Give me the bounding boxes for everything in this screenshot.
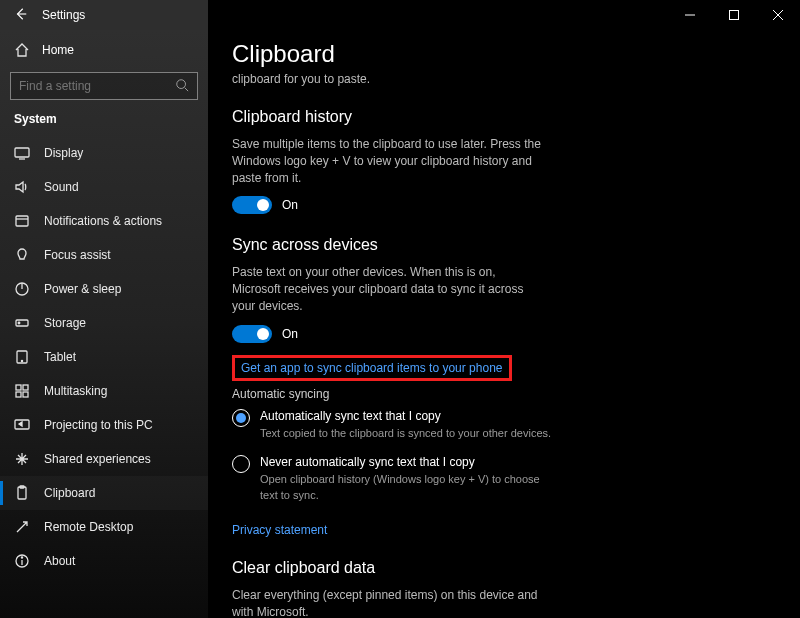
remote-desktop-icon (14, 519, 30, 535)
sync-toggle[interactable] (232, 325, 272, 343)
sidebar-item-display[interactable]: Display (0, 136, 208, 170)
shared-icon (14, 451, 30, 467)
back-icon[interactable] (14, 7, 28, 24)
sidebar-item-label: Display (44, 146, 83, 160)
auto-sync-label: Automatic syncing (232, 387, 776, 401)
sidebar-item-about[interactable]: About (0, 544, 208, 578)
sidebar-item-label: Projecting to this PC (44, 418, 153, 432)
svg-rect-2 (730, 11, 739, 20)
sidebar-item-label: Multitasking (44, 384, 107, 398)
history-toggle[interactable] (232, 196, 272, 214)
projecting-icon (14, 417, 30, 433)
sidebar-item-clipboard[interactable]: Clipboard (0, 476, 208, 510)
display-icon (14, 145, 30, 161)
radio-desc: Text copied to the clipboard is synced t… (260, 426, 551, 441)
content-area: Clipboard clipboard for you to paste. Cl… (208, 30, 800, 618)
sidebar-item-power-sleep[interactable]: Power & sleep (0, 272, 208, 306)
radio-option-auto[interactable]: Automatically sync text that I copy Text… (232, 409, 552, 441)
maximize-button[interactable] (712, 0, 756, 30)
clipboard-icon (14, 485, 30, 501)
sidebar-item-shared-experiences[interactable]: Shared experiences (0, 442, 208, 476)
sidebar-item-label: Notifications & actions (44, 214, 162, 228)
history-desc: Save multiple items to the clipboard to … (232, 136, 542, 186)
radio-desc: Open clipboard history (Windows logo key… (260, 472, 552, 503)
close-button[interactable] (756, 0, 800, 30)
app-title: Settings (42, 8, 85, 22)
radio-option-never[interactable]: Never automatically sync text that I cop… (232, 455, 552, 503)
svg-rect-20 (23, 392, 28, 397)
sidebar-item-label: Tablet (44, 350, 76, 364)
sidebar-item-label: Remote Desktop (44, 520, 133, 534)
home-label: Home (42, 43, 74, 57)
svg-point-26 (21, 557, 22, 558)
history-title: Clipboard history (232, 108, 776, 126)
sidebar-item-label: Focus assist (44, 248, 111, 262)
svg-line-6 (185, 87, 189, 91)
sidebar-item-projecting[interactable]: Projecting to this PC (0, 408, 208, 442)
titlebar: Settings (0, 0, 800, 30)
sidebar-home[interactable]: Home (0, 34, 208, 66)
sidebar-item-tablet[interactable]: Tablet (0, 340, 208, 374)
power-icon (14, 281, 30, 297)
sidebar-item-focus-assist[interactable]: Focus assist (0, 238, 208, 272)
sidebar: Home System Display Sound (0, 30, 208, 618)
history-toggle-label: On (282, 198, 298, 212)
svg-rect-7 (15, 148, 29, 157)
sync-title: Sync across devices (232, 236, 776, 254)
clear-desc: Clear everything (except pinned items) o… (232, 587, 542, 618)
svg-point-14 (18, 322, 20, 324)
privacy-link[interactable]: Privacy statement (232, 523, 327, 537)
sidebar-item-label: Storage (44, 316, 86, 330)
search-box[interactable] (10, 72, 198, 100)
sidebar-item-label: Clipboard (44, 486, 95, 500)
sidebar-item-label: Sound (44, 180, 79, 194)
page-title: Clipboard (232, 40, 776, 68)
sidebar-item-multitasking[interactable]: Multitasking (0, 374, 208, 408)
sidebar-item-notifications[interactable]: Notifications & actions (0, 204, 208, 238)
notifications-icon (14, 213, 30, 229)
sidebar-item-remote-desktop[interactable]: Remote Desktop (0, 510, 208, 544)
highlighted-link-box: Get an app to sync clipboard items to yo… (232, 355, 512, 381)
tablet-icon (14, 349, 30, 365)
svg-rect-17 (16, 385, 21, 390)
svg-rect-18 (23, 385, 28, 390)
radio-title: Automatically sync text that I copy (260, 409, 551, 423)
about-icon (14, 553, 30, 569)
storage-icon (14, 315, 30, 331)
sync-toggle-label: On (282, 327, 298, 341)
get-app-link[interactable]: Get an app to sync clipboard items to yo… (241, 361, 503, 375)
sidebar-item-label: About (44, 554, 75, 568)
svg-rect-22 (18, 487, 26, 499)
svg-rect-9 (16, 216, 28, 226)
svg-point-16 (21, 360, 22, 361)
focus-assist-icon (14, 247, 30, 263)
minimize-button[interactable] (668, 0, 712, 30)
sidebar-item-sound[interactable]: Sound (0, 170, 208, 204)
search-input[interactable] (19, 79, 175, 93)
sidebar-item-label: Power & sleep (44, 282, 121, 296)
clear-title: Clear clipboard data (232, 559, 776, 577)
svg-rect-19 (16, 392, 21, 397)
search-icon (175, 78, 189, 95)
svg-point-5 (177, 79, 186, 88)
sidebar-item-storage[interactable]: Storage (0, 306, 208, 340)
page-subtitle: clipboard for you to paste. (232, 72, 776, 86)
multitasking-icon (14, 383, 30, 399)
radio-icon[interactable] (232, 409, 250, 427)
home-icon (14, 42, 30, 58)
sidebar-item-label: Shared experiences (44, 452, 151, 466)
radio-title: Never automatically sync text that I cop… (260, 455, 552, 469)
sync-desc: Paste text on your other devices. When t… (232, 264, 542, 314)
radio-icon[interactable] (232, 455, 250, 473)
nav-group-label: System (0, 108, 208, 136)
sound-icon (14, 179, 30, 195)
